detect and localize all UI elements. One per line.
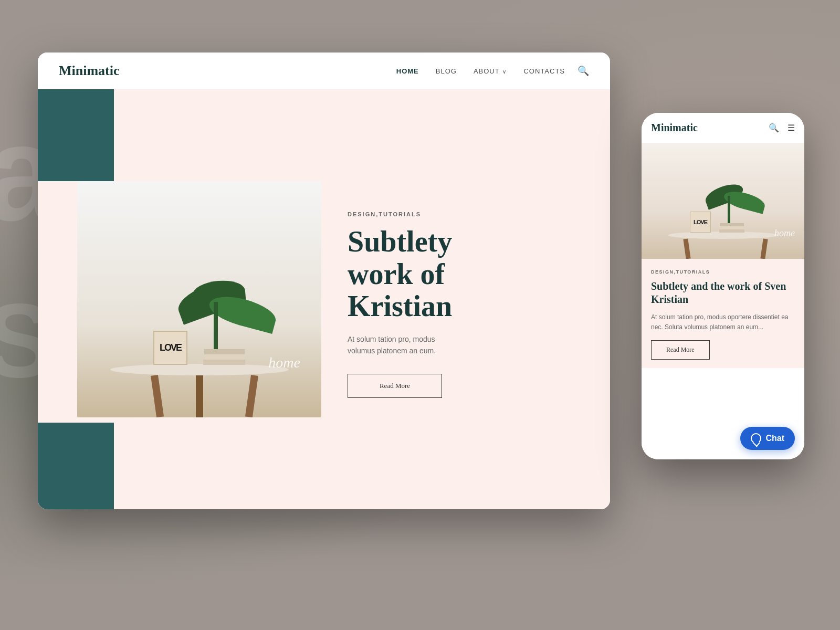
home-script-text: home: [268, 354, 300, 371]
desktop-hero-image: LOVE home: [77, 181, 321, 417]
table-top: [110, 364, 289, 375]
nav-item-about[interactable]: ABOUT ∨: [474, 66, 507, 76]
desktop-article-content: DESIGN,TUTORIALS Subtletywork ofKristian…: [321, 89, 610, 509]
nav-item-home[interactable]: HOME: [396, 66, 419, 76]
mobile-book-2: [720, 226, 743, 229]
book-3: [204, 349, 245, 354]
nav-item-contacts[interactable]: CONTACTS: [523, 66, 565, 76]
mobile-navbar: Minimatic 🔍 ☰: [642, 113, 804, 143]
photo-simulation: LOVE home: [77, 181, 321, 417]
mobile-photo-simulation: LOVE home: [642, 143, 804, 259]
desktop-nav-links: HOME BLOG ABOUT ∨ CONTACTS: [396, 66, 565, 76]
desktop-read-more-button[interactable]: Read More: [348, 374, 442, 398]
mobile-mockup: Minimatic 🔍 ☰: [642, 113, 804, 459]
mobile-home-script: home: [774, 228, 795, 239]
books-stack: [203, 349, 245, 365]
mobile-article-content: DESIGN,TUTORIALS Subtlety and the work o…: [642, 259, 804, 368]
about-dropdown-arrow: ∨: [501, 69, 507, 75]
chat-button[interactable]: Chat: [740, 427, 795, 450]
mobile-love-frame-text: LOVE: [694, 219, 707, 225]
table-leg-center: [196, 375, 203, 417]
mobile-article-title: Subtlety and the work of Sven Kristian: [651, 280, 795, 306]
mobile-menu-icon[interactable]: ☰: [788, 123, 795, 133]
mobile-article-excerpt: At solum tation pro, modus oportere diss…: [651, 312, 795, 332]
book-2: [205, 354, 244, 360]
mobile-hero-image: LOVE home: [642, 143, 804, 259]
chat-label: Chat: [765, 434, 784, 443]
mobile-love-frame: LOVE: [690, 212, 711, 233]
mobile-read-more-button[interactable]: Read More: [651, 340, 710, 360]
desktop-logo: Minimatic: [59, 63, 396, 79]
desktop-content-area: LOVE home DESIGN,TUTORIALS Subtletywork …: [38, 89, 610, 509]
article-category: DESIGN,TUTORIALS: [348, 211, 584, 217]
mobile-table-top: [668, 232, 778, 239]
chat-bubble-icon: [751, 433, 761, 444]
nav-link-home[interactable]: HOME: [396, 67, 419, 75]
desktop-navbar: Minimatic HOME BLOG ABOUT ∨ CONTACTS 🔍: [38, 52, 610, 89]
article-excerpt: At solum tation pro, modusvolumus platon…: [348, 333, 584, 357]
nav-link-contacts[interactable]: CONTACTS: [523, 67, 565, 75]
mobile-nav-icons: 🔍 ☰: [769, 123, 795, 133]
article-title: Subtletywork ofKristian: [348, 226, 584, 323]
table-leg-left: [151, 375, 164, 417]
table-leg-right: [245, 375, 258, 417]
love-frame-text: LOVE: [160, 342, 181, 353]
mobile-book-1: [719, 229, 744, 233]
mobile-table-leg-right: [760, 239, 768, 259]
nav-link-blog[interactable]: BLOG: [436, 67, 457, 75]
desktop-photo-area: LOVE home: [38, 89, 321, 509]
mobile-search-icon[interactable]: 🔍: [769, 123, 779, 133]
mobile-logo: Minimatic: [651, 122, 769, 134]
nav-item-blog[interactable]: BLOG: [436, 66, 457, 76]
nav-link-about[interactable]: ABOUT ∨: [474, 67, 507, 75]
love-frame: LOVE: [153, 331, 187, 365]
desktop-search-icon[interactable]: 🔍: [578, 65, 589, 77]
mobile-book-3: [720, 223, 744, 226]
mobile-table-leg-left: [683, 239, 690, 259]
book-1: [203, 360, 245, 365]
mobile-content-area: LOVE home DESIGN,TUTORIALS Subtlety and …: [642, 143, 804, 459]
desktop-mockup: Minimatic HOME BLOG ABOUT ∨ CONTACTS 🔍: [38, 52, 610, 509]
mobile-article-category: DESIGN,TUTORIALS: [651, 269, 795, 275]
